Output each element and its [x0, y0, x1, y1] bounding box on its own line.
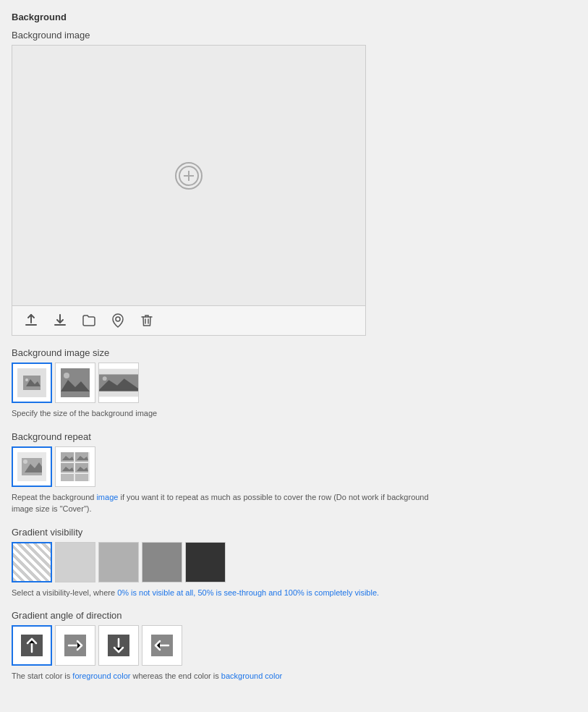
upload-icon[interactable]	[24, 313, 38, 328]
gradient-visibility-100[interactable]	[185, 542, 226, 582]
gradient-angle-down[interactable]	[98, 625, 139, 666]
image-toolbar	[12, 306, 365, 335]
gradient-visibility-75[interactable]	[142, 542, 182, 582]
svg-point-16	[103, 376, 107, 381]
background-image-size-section: Background image size	[12, 347, 576, 420]
svg-point-20	[23, 459, 27, 464]
section-title: Background	[12, 12, 576, 22]
image-upload-area	[12, 45, 366, 336]
background-repeat-tile[interactable]	[55, 446, 95, 487]
gradient-angle-label: Gradient angle of direction	[12, 610, 576, 621]
gradient-visibility-options	[12, 542, 576, 582]
svg-rect-3	[25, 324, 37, 326]
gradient-visibility-section: Gradient visibility Select a visibility-…	[12, 527, 576, 599]
svg-rect-4	[54, 324, 66, 326]
background-image-size-hint: Specify the size of the background image	[12, 407, 446, 420]
gradient-angle-section: Gradient angle of direction	[12, 610, 576, 682]
background-repeat-none[interactable]	[12, 446, 52, 487]
background-image-size-label: Background image size	[12, 347, 576, 358]
image-canvas[interactable]	[12, 46, 365, 306]
background-repeat-hint: Repeat the background image if you want …	[12, 491, 446, 515]
delete-icon[interactable]	[140, 313, 154, 328]
svg-rect-22	[61, 452, 74, 462]
svg-rect-26	[61, 474, 74, 481]
gradient-visibility-25[interactable]	[55, 542, 95, 582]
gradient-angle-hint: The start color is foreground color wher…	[12, 670, 446, 682]
svg-rect-27	[75, 474, 88, 481]
folder-icon[interactable]	[82, 313, 96, 328]
background-repeat-section: Background repeat	[12, 431, 576, 515]
gradient-visibility-hint: Select a visibility-level, where 0% is n…	[12, 587, 446, 599]
gradient-angle-right[interactable]	[55, 625, 95, 666]
gradient-visibility-0[interactable]	[12, 542, 52, 582]
image-size-option-cover[interactable]	[55, 363, 95, 403]
gradient-visibility-label: Gradient visibility	[12, 527, 576, 538]
image-size-option-full[interactable]	[98, 363, 139, 403]
svg-rect-25	[75, 463, 88, 472]
image-size-options	[12, 363, 576, 403]
gradient-angle-options	[12, 625, 576, 666]
gradient-angle-up[interactable]	[12, 625, 52, 666]
background-repeat-options	[12, 446, 576, 487]
svg-point-12	[64, 373, 69, 378]
svg-point-5	[116, 317, 120, 321]
add-image-icon[interactable]	[175, 162, 203, 190]
svg-rect-10	[61, 368, 90, 397]
pin-icon[interactable]	[111, 313, 125, 328]
background-repeat-label: Background repeat	[12, 431, 576, 442]
gradient-angle-left[interactable]	[142, 625, 182, 666]
svg-rect-23	[75, 452, 88, 462]
svg-rect-24	[61, 463, 74, 472]
svg-point-9	[25, 378, 28, 381]
image-size-option-auto[interactable]	[12, 363, 52, 403]
download-icon[interactable]	[53, 313, 67, 328]
background-image-label: Background image	[12, 30, 576, 41]
gradient-visibility-50[interactable]	[98, 542, 139, 582]
